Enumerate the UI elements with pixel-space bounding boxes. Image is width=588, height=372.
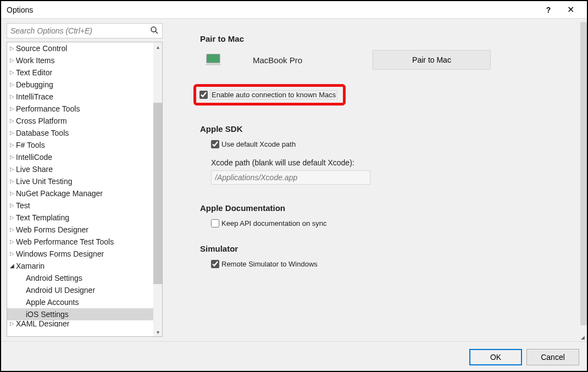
tree-scroll-thumb[interactable] [153,103,162,284]
keep-doc-sync-checkbox[interactable] [211,219,219,227]
apple-doc-heading: Apple Documentation [200,203,565,213]
tree-item-test[interactable]: ▷Test [7,199,153,212]
window-title: Options [7,5,537,14]
options-tree: ▷Source Control▷Work Items▷Text Editor▷D… [7,42,163,337]
tree-item-source-control[interactable]: ▷Source Control [7,42,153,54]
chevron-right-icon: ▷ [9,163,15,175]
chevron-right-icon: ▷ [9,79,15,91]
use-default-xcode-checkbox[interactable] [211,140,219,148]
remote-simulator-label: Remote Simulator to Windows [221,260,318,268]
search-wrap [7,23,163,38]
cancel-button[interactable]: Cancel [526,349,579,365]
tree-item-label: Debugging [15,79,53,91]
pair-to-mac-button[interactable]: Pair to Mac [373,50,491,70]
tree-item-label: Database Tools [15,127,69,139]
tree-item-label: Text Templating [15,212,69,224]
content-area: ▷Source Control▷Work Items▷Text Editor▷D… [1,19,587,342]
tree-scrollbar[interactable]: ▴ ▾ [153,42,162,336]
svg-rect-2 [207,54,220,63]
tree-item-label: iOS Settings [25,308,69,320]
scroll-up-icon[interactable]: ▴ [153,42,162,51]
mac-icon [206,53,221,66]
close-button[interactable]: ✕ [559,1,581,19]
chevron-right-icon: ▷ [9,212,15,224]
panel-scroll-thumb[interactable] [580,22,587,325]
search-icon [149,25,159,35]
tree-item-text-editor[interactable]: ▷Text Editor [7,66,153,79]
tree-item-nuget-package-manager[interactable]: ▷NuGet Package Manager [7,187,153,199]
enable-auto-connection-row[interactable]: Enable auto connection to known Macs [199,90,337,99]
panel-scroll-down-icon[interactable]: ◢ [581,335,586,340]
tree-item-intellitrace[interactable]: ▷IntelliTrace [7,91,153,103]
tree-item-label: Source Control [15,42,67,54]
options-tree-panel: ▷Source Control▷Work Items▷Text Editor▷D… [1,19,167,341]
chevron-down-icon: ◢ [9,260,15,272]
chevron-right-icon: ▷ [9,115,15,127]
tree-item-database-tools[interactable]: ▷Database Tools [7,127,153,139]
tree-item-label: NuGet Package Manager [15,187,103,199]
chevron-right-icon: ▷ [9,199,15,212]
chevron-right-icon: ▷ [9,320,15,327]
titlebar: Options ? ✕ [1,1,587,19]
chevron-right-icon: ▷ [9,151,15,163]
chevron-right-icon: ▷ [9,139,15,151]
tree-item-label: Web Forms Designer [15,224,88,236]
tree-item-performance-tools[interactable]: ▷Performance Tools [7,103,153,115]
simulator-heading: Simulator [200,244,565,253]
tree-item-debugging[interactable]: ▷Debugging [7,79,153,91]
tree-item-intellicode[interactable]: ▷IntelliCode [7,151,153,163]
tree-item-label: Work Items [15,54,55,66]
tree-item-xamarin[interactable]: ◢Xamarin [7,260,153,272]
tree-item-ios-settings[interactable]: iOS Settings [7,308,153,320]
scroll-down-icon[interactable]: ▾ [153,327,162,336]
chevron-right-icon: ▷ [9,236,15,248]
tree-item-label: Cross Platform [15,115,67,127]
apple-sdk-heading: Apple SDK [200,124,565,134]
keep-doc-sync-row[interactable]: Keep API documentation on sync [211,219,565,227]
tree-item-web-forms-designer[interactable]: ▷Web Forms Designer [7,224,153,236]
ok-button[interactable]: OK [469,349,522,365]
tree-item-live-share[interactable]: ▷Live Share [7,163,153,175]
highlight-box: Enable auto connection to known Macs [193,84,346,106]
tree-item-label: F# Tools [15,139,45,151]
mac-name: MacBook Pro [253,55,363,65]
tree-item-web-performance-test-tools[interactable]: ▷Web Performance Test Tools [7,236,153,248]
use-default-xcode-row[interactable]: Use default Xcode path [211,140,565,148]
tree-item-label: Performance Tools [15,103,80,115]
pair-heading: Pair to Mac [200,34,565,43]
tree-item-cross-platform[interactable]: ▷Cross Platform [7,115,153,127]
tree-item-android-settings[interactable]: Android Settings [7,272,153,284]
panel-scrollbar[interactable]: ◢ ◢ [579,22,587,338]
tree-item-label: Xamarin [15,260,45,272]
tree-item-label: Web Performance Test Tools [15,236,114,248]
tree-item-label: XAML Designer [15,320,70,327]
chevron-right-icon: ▷ [9,248,15,260]
tree-item-f-tools[interactable]: ▷F# Tools [7,139,153,151]
tree-item-live-unit-testing[interactable]: ▷Live Unit Testing [7,175,153,187]
tree-item-work-items[interactable]: ▷Work Items [7,54,153,66]
help-button[interactable]: ? [537,1,559,19]
search-input[interactable] [7,23,163,38]
tree-item-android-ui-designer[interactable]: Android UI Designer [7,284,153,296]
chevron-right-icon: ▷ [9,187,15,199]
tree-item-label: IntelliCode [15,151,52,163]
tree-item-label: Live Unit Testing [15,175,72,187]
tree-item-text-templating[interactable]: ▷Text Templating [7,212,153,224]
chevron-right-icon: ▷ [9,91,15,103]
tree-item-label: IntelliTrace [15,91,53,103]
chevron-right-icon: ▷ [9,54,15,66]
tree-item-windows-forms-designer[interactable]: ▷Windows Forms Designer [7,248,153,260]
tree-item-apple-accounts[interactable]: Apple Accounts [7,296,153,308]
enable-auto-connection-label: Enable auto connection to known Macs [210,90,337,99]
keep-doc-sync-label: Keep API documentation on sync [221,219,327,227]
remote-simulator-checkbox[interactable] [211,260,219,268]
enable-auto-connection-checkbox[interactable] [199,91,208,99]
xcode-path-input[interactable] [211,170,370,185]
chevron-right-icon: ▷ [9,66,15,79]
svg-point-0 [151,27,156,32]
tree-item-label: Android UI Designer [25,284,95,296]
tree-item-label: Android Settings [25,272,82,284]
tree-item-xaml-designer[interactable]: ▷XAML Designer [7,320,153,327]
use-default-xcode-label: Use default Xcode path [221,140,296,148]
remote-simulator-row[interactable]: Remote Simulator to Windows [211,260,565,268]
